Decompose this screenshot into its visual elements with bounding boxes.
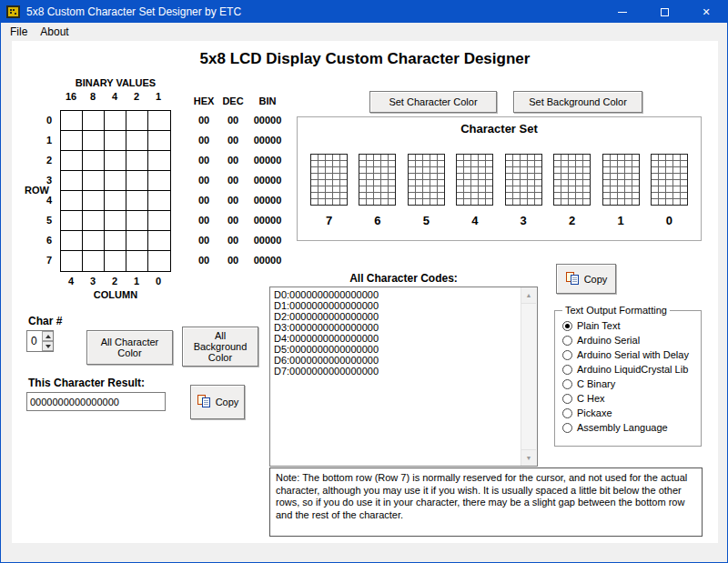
pixel-cell[interactable] [61,151,83,171]
pixel-cell[interactable] [148,111,170,131]
pixel-cell[interactable] [148,151,170,171]
all-codes-text: D0:0000000000000000 D1:0000000000000000 … [274,289,519,464]
pixel-cell[interactable] [105,171,126,191]
hex-value: 00 [187,210,220,230]
spin-down-icon [46,345,51,348]
bin-value: 00000 [246,190,289,210]
mini-char-grid[interactable] [505,154,542,206]
all-character-codes-label: All Character Codes: [269,272,538,285]
pixel-cell[interactable] [105,151,126,171]
pixel-cell[interactable] [126,211,148,231]
pixel-cell[interactable] [126,231,148,251]
pixel-cell[interactable] [148,131,170,151]
copy-icon [197,394,211,410]
codes-row: 000000000 [187,250,289,270]
pixel-cell[interactable] [105,251,126,271]
bin-value: 00000 [246,110,289,130]
pixel-cell[interactable] [148,211,170,231]
codes-row: 000000000 [187,110,289,130]
pixel-cell[interactable] [126,111,148,131]
dec-value: 00 [220,170,246,190]
pixel-cell[interactable] [105,131,126,151]
maximize-button[interactable] [643,1,685,23]
main-form: 5x8 LCD Display Custom Character Designe… [12,41,718,545]
all-character-color-button[interactable]: All Character Color [86,330,173,365]
pixel-cell[interactable] [105,111,126,131]
mini-char-grid[interactable] [553,154,591,206]
titlebar: 5x8 Custom Character Set Designer by ETC… [1,1,727,23]
pixel-cell[interactable] [126,131,148,151]
radio-option[interactable]: C Binary [562,377,697,391]
mini-char-grid[interactable] [310,154,348,206]
radio-option[interactable]: Assembly Language [562,420,697,435]
charset-slot-label: 2 [569,214,575,227]
pixel-cell[interactable] [61,131,83,151]
all-character-color-label: All Character Color [91,337,168,358]
set-background-color-button[interactable]: Set Background Color [513,91,642,113]
all-background-color-button[interactable]: All Background Color [182,327,258,367]
radio-option[interactable]: Arduino Serial [562,333,697,347]
all-background-color-label: All Background Color [188,330,252,363]
pixel-cell[interactable] [83,211,105,231]
pixel-cell[interactable] [83,251,105,271]
pixel-cell[interactable] [61,231,83,251]
dec-value: 00 [220,250,246,270]
radio-option[interactable]: Arduino LiquidCrystal Lib [562,362,697,377]
copy-all-codes-label: Copy [584,274,608,285]
pixel-cell[interactable] [61,211,83,231]
pixel-cell[interactable] [126,171,148,191]
pixel-cell[interactable] [148,191,170,211]
pixel-cell[interactable] [83,231,105,251]
this-character-result-label: This Character Result: [28,377,145,389]
pixel-cell[interactable] [83,191,105,211]
minimize-button[interactable] [602,1,643,23]
menu-file[interactable]: File [4,24,34,40]
pixel-cell[interactable] [126,151,148,171]
pixel-cell[interactable] [105,211,126,231]
mini-char-grid[interactable] [408,154,445,206]
radio-option[interactable]: C Hex [562,391,697,406]
pixel-cell[interactable] [83,111,105,131]
charset-slot-label: 6 [374,214,380,227]
spin-down-button[interactable] [42,341,53,351]
pixel-cell[interactable] [105,191,126,211]
pixel-cell[interactable] [148,171,170,191]
copy-all-codes-button[interactable]: Copy [556,264,616,294]
pixel-cell[interactable] [61,251,83,271]
set-character-color-button[interactable]: Set Character Color [369,91,497,113]
pixel-cell[interactable] [148,231,170,251]
pixel-cell[interactable] [61,171,83,191]
all-character-codes-box[interactable]: D0:0000000000000000 D1:0000000000000000 … [269,287,538,467]
mini-char-grid[interactable] [651,154,688,206]
radio-option[interactable]: Plain Text [562,318,697,333]
mini-char-grid[interactable] [456,154,493,206]
scroll-up-icon[interactable]: ▲ [521,287,536,304]
spin-up-button[interactable] [42,331,53,341]
charset-slot: 0 [651,154,688,227]
pixel-cell[interactable] [83,171,105,191]
pixel-cell[interactable] [83,151,105,171]
mini-char-grid[interactable] [602,154,640,206]
pixel-cell[interactable] [61,191,83,211]
mini-char-grid[interactable] [359,154,396,206]
close-button[interactable]: ✕ [685,1,727,23]
pixel-cell[interactable] [61,111,83,131]
pixel-cell[interactable] [105,231,126,251]
hex-value: 00 [187,190,220,210]
radio-icon [562,321,572,331]
scroll-down-icon[interactable]: ▼ [521,449,536,466]
radio-option[interactable]: Pickaxe [562,406,697,420]
pixel-cell[interactable] [148,251,170,271]
column-number: 4 [60,276,82,287]
pixel-cell[interactable] [126,251,148,271]
vertical-scrollbar[interactable]: ▲ ▼ [521,287,537,466]
character-result-input[interactable] [26,392,166,411]
copy-result-button[interactable]: Copy [190,385,245,419]
radio-option[interactable]: Arduino Serial with Delay [562,347,697,362]
pixel-cell[interactable] [126,191,148,211]
menu-about[interactable]: About [34,24,75,40]
pixel-cell[interactable] [83,131,105,151]
char-number-stepper[interactable]: 0 [26,330,54,352]
charset-grids: 76543210 [310,154,688,227]
minimize-icon [618,12,627,13]
